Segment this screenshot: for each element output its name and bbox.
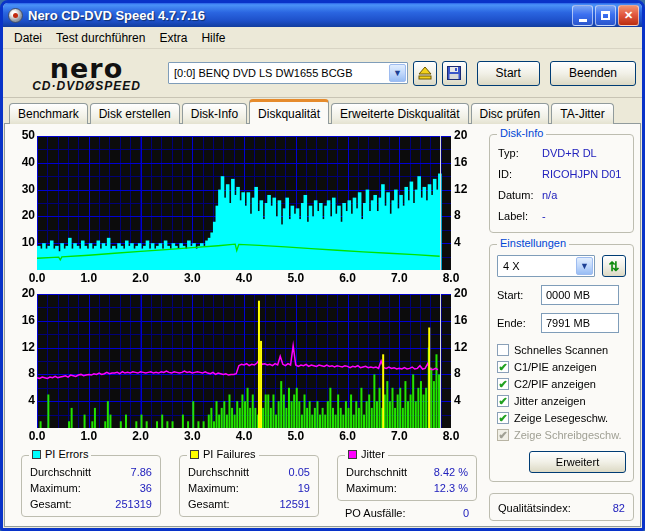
minimize-icon <box>579 19 587 22</box>
x-tick: 4.0 <box>231 271 257 285</box>
menu-item-extra[interactable]: Extra <box>152 28 194 48</box>
stat-label: Gesamt: <box>188 496 230 512</box>
checkbox-jitter-anzeigen[interactable]: ✔Jitter anzeigen <box>497 392 626 409</box>
pi-errors-plot <box>37 136 451 270</box>
start-button[interactable]: Start <box>477 61 540 86</box>
checkbox-label: Schnelles Scannen <box>514 344 608 356</box>
stat-value: 36 <box>140 480 152 496</box>
save-button[interactable] <box>442 61 466 86</box>
checkbox-c1-pie-anzeigen[interactable]: ✔C1/PIE anzeigen <box>497 358 626 375</box>
x-tick: 4.0 <box>231 429 257 443</box>
tab-benchmark[interactable]: Benchmark <box>9 103 88 124</box>
checkbox-zeige-lesegeschw-[interactable]: ✔Zeige Lesegeschw. <box>497 409 626 426</box>
y-tick: 12 <box>454 182 467 196</box>
menu-item-datei[interactable]: Datei <box>7 28 49 48</box>
quit-button[interactable]: Beenden <box>550 61 636 86</box>
stat-label: Gesamt: <box>30 496 72 512</box>
disk-info-label: Label: <box>498 206 542 227</box>
start-field[interactable]: 0000 MB <box>541 285 619 305</box>
checkbox-icon: ✔ <box>497 429 509 441</box>
stat-group-title: PI Errors <box>29 448 91 460</box>
pi-errors-left-axis: 5040302010 <box>11 136 37 285</box>
eject-button[interactable] <box>413 61 437 86</box>
checkbox-label: Jitter anzeigen <box>514 395 586 407</box>
pi-errors-x-axis: 0.01.02.03.04.05.06.07.08.0 <box>37 270 451 285</box>
quality-index-group: Qualitätsindex: 82 <box>489 493 634 521</box>
chevron-down-icon[interactable]: ▼ <box>389 64 406 82</box>
stat-row: Maximum:19 <box>188 480 310 496</box>
stat-label: Maximum: <box>30 480 81 496</box>
x-tick: 7.0 <box>386 429 412 443</box>
tab-disk-info[interactable]: Disk-Info <box>182 103 247 124</box>
stat-group-title-text: Jitter <box>361 448 385 460</box>
checkbox-label: C2/PIF anzeigen <box>514 378 596 390</box>
nero-logo: nero CD·DVDØSPEED <box>9 55 164 92</box>
checkbox-icon[interactable]: ✔ <box>497 378 509 390</box>
stat-group-title: PI Failures <box>187 448 259 460</box>
stat-group-pi-failures: PI FailuresDurchschnitt0.05Maximum:19Ges… <box>179 455 319 517</box>
checkbox-label: Zeige Lesegeschw. <box>514 412 608 424</box>
tab-ta-jitter[interactable]: TA-Jitter <box>551 103 613 124</box>
stat-group-jitter: JitterDurchschnitt8.42 %Maximum:12.3 % <box>337 455 477 501</box>
close-icon: ✕ <box>624 9 633 22</box>
y-tick: 4 <box>28 393 35 407</box>
menu-bar: DateiTest durchführenExtraHilfe <box>3 27 642 49</box>
tab-bar: BenchmarkDisk erstellenDisk-InfoDiskqual… <box>3 98 642 123</box>
end-field[interactable]: 7991 MB <box>541 313 619 333</box>
checkbox-icon[interactable]: ✔ <box>497 395 509 407</box>
stat-value: 251319 <box>115 496 152 512</box>
checkbox-icon[interactable]: ✔ <box>497 412 509 424</box>
checkbox-icon[interactable]: ✔ <box>497 361 509 373</box>
tab-disc-pr-fen[interactable]: Disc prüfen <box>471 103 550 124</box>
disk-info-row: Datum:n/a <box>498 185 625 206</box>
disk-info-row: Typ:DVD+R DL <box>498 143 625 164</box>
stat-row: Gesamt:12591 <box>188 496 310 512</box>
x-tick: 1.0 <box>76 429 102 443</box>
stat-value: 12591 <box>279 496 310 512</box>
disk-info-value: RICOHJPN D01 <box>542 164 621 185</box>
title-bar: Nero CD-DVD Speed 4.7.7.16 ✕ <box>3 3 642 27</box>
y-tick: 20 <box>454 128 467 142</box>
checkbox-c2-pif-anzeigen[interactable]: ✔C2/PIF anzeigen <box>497 375 626 392</box>
checkbox-label: Zeige Schreibgeschw. <box>514 429 622 441</box>
stat-row: Maximum:36 <box>30 480 152 496</box>
right-panel: Disk-Info Typ:DVD+R DLID:RICOHJPN D01Dat… <box>483 124 641 526</box>
y-tick: 16 <box>22 313 35 327</box>
nero-logo-text: nero <box>9 55 164 82</box>
disk-info-label: Typ: <box>498 143 542 164</box>
disk-info-title: Disk-Info <box>497 127 546 139</box>
maximize-button[interactable] <box>595 5 616 26</box>
refresh-button[interactable]: ⇅ <box>602 255 626 277</box>
stat-row: Gesamt:251319 <box>30 496 152 512</box>
checkbox-icon[interactable] <box>497 344 509 356</box>
minimize-button[interactable] <box>572 5 593 26</box>
stat-column-pi-errors: PI ErrorsDurchschnitt7.86Maximum:36Gesam… <box>21 455 161 519</box>
menu-item-hilfe[interactable]: Hilfe <box>194 28 232 48</box>
speed-select[interactable]: 4 X ▼ <box>497 255 595 277</box>
stat-label: Maximum: <box>346 480 397 496</box>
stat-label: Maximum: <box>188 480 239 496</box>
x-tick: 0.0 <box>24 429 50 443</box>
menu-item-test-durchf-hren[interactable]: Test durchführen <box>49 28 152 48</box>
stat-value: 0.05 <box>289 464 310 480</box>
close-button[interactable]: ✕ <box>618 5 639 26</box>
window-title: Nero CD-DVD Speed 4.7.7.16 <box>28 8 572 23</box>
x-tick: 5.0 <box>283 271 309 285</box>
stat-row: Durchschnitt0.05 <box>188 464 310 480</box>
y-tick: 20 <box>22 286 35 300</box>
tab-disk-erstellen[interactable]: Disk erstellen <box>90 103 180 124</box>
toolbar: nero CD·DVDØSPEED [0:0] BENQ DVD LS DW16… <box>3 49 642 98</box>
chevron-down-icon[interactable]: ▼ <box>576 257 593 275</box>
stats-row: PI ErrorsDurchschnitt7.86Maximum:36Gesam… <box>11 455 483 519</box>
disk-info-group: Disk-Info Typ:DVD+R DLID:RICOHJPN D01Dat… <box>489 134 634 233</box>
refresh-icon: ⇅ <box>609 259 620 274</box>
advanced-button[interactable]: Erweitert <box>529 451 626 473</box>
app-icon <box>8 8 23 23</box>
checkbox-schnelles-scannen[interactable]: Schnelles Scannen <box>497 341 626 358</box>
tab-diskqualit-t[interactable]: Diskqualität <box>249 99 329 124</box>
tab-erweiterte-diskqualit-t[interactable]: Erweiterte Diskqualität <box>331 103 468 124</box>
y-tick: 16 <box>454 313 467 327</box>
quality-index-label: Qualitätsindex: <box>498 502 571 514</box>
start-field-label: Start: <box>497 289 541 301</box>
drive-select[interactable]: [0:0] BENQ DVD LS DW1655 BCGB ▼ <box>168 62 408 84</box>
